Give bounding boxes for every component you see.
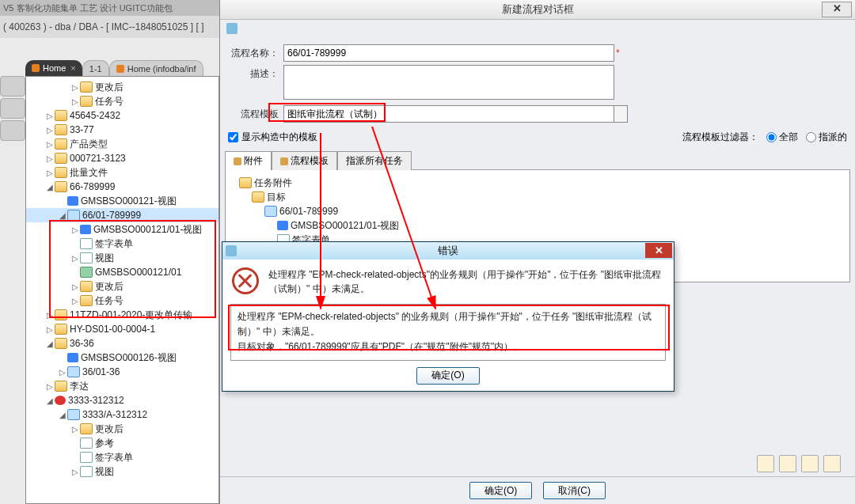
- error-close-button[interactable]: ✕: [645, 243, 672, 258]
- tree-row[interactable]: ◢3333/A-312312: [26, 407, 218, 422]
- expand-icon[interactable]: ▷: [58, 368, 67, 377]
- expand-icon[interactable]: ▷: [45, 382, 55, 391]
- tree-row[interactable]: GMSBSO000121-视图: [26, 194, 218, 208]
- tree-row[interactable]: 目标: [228, 190, 847, 204]
- tree-row[interactable]: ▷11TZD-001-2020-更改单传输: [26, 308, 218, 322]
- tree-row[interactable]: ▷GMSBSO000121/01-视图: [26, 222, 218, 237]
- toolbar-icon-3[interactable]: [801, 455, 819, 472]
- tree-row[interactable]: ▷李达: [26, 379, 218, 393]
- tree-row[interactable]: ▷更改后: [26, 422, 218, 436]
- expand-icon[interactable]: ▷: [70, 468, 80, 476]
- tree-label: 视图: [95, 465, 114, 479]
- tab-assign-all[interactable]: 指派所有任务: [337, 151, 412, 170]
- filter-all-radio[interactable]: [766, 132, 777, 142]
- expand-icon[interactable]: ◢: [45, 339, 55, 348]
- show-under-construction-label: 显示构造中的模板: [241, 131, 317, 144]
- toolbar-icon-1[interactable]: [757, 455, 774, 472]
- tree-row[interactable]: 任务附件: [228, 176, 847, 190]
- description-input[interactable]: [283, 65, 614, 100]
- tree-row[interactable]: ▷HY-DS01-00-0004-1: [26, 322, 218, 336]
- tab-attachments[interactable]: 附件: [225, 151, 272, 170]
- cancel-button[interactable]: 取消(C): [543, 482, 606, 499]
- expand-icon[interactable]: ▷: [70, 297, 80, 305]
- toolbar-icon-2[interactable]: [779, 455, 796, 472]
- tree-row[interactable]: ▷任务号: [26, 94, 218, 108]
- tree-row[interactable]: ▷更改后: [26, 279, 218, 294]
- tree-row[interactable]: GMSBSO000121/01: [26, 265, 218, 279]
- tree-row[interactable]: 66/01-789999: [228, 204, 847, 218]
- template-picker-button[interactable]: [614, 105, 628, 123]
- tree-row[interactable]: ▷更改后: [26, 80, 218, 94]
- tree-label: 36-36: [70, 338, 94, 349]
- tree-row[interactable]: ▷任务号: [26, 294, 218, 308]
- file-icon: [80, 238, 93, 249]
- expand-icon[interactable]: ▷: [45, 140, 55, 149]
- expand-icon[interactable]: ▷: [45, 169, 55, 177]
- side-btn-2[interactable]: [0, 98, 25, 119]
- toolbar-icon-4[interactable]: [823, 455, 841, 472]
- filter-all-option[interactable]: 全部: [766, 131, 798, 144]
- tree-label: 更改后: [95, 280, 124, 294]
- tab-process-template[interactable]: 流程模板: [272, 151, 337, 170]
- tree-row[interactable]: ◢66/01-789999: [26, 208, 218, 222]
- tree-row[interactable]: ▷33-77: [26, 123, 218, 137]
- tree-row[interactable]: ◢66-789999: [26, 180, 218, 194]
- process-name-input[interactable]: [283, 44, 614, 62]
- expand-icon[interactable]: ▷: [45, 311, 55, 320]
- expand-icon[interactable]: ◢: [58, 411, 67, 419]
- expand-icon[interactable]: ▷: [70, 254, 80, 263]
- tree-row[interactable]: GMSBSO000126-视图: [26, 351, 218, 365]
- tree-label: 任务号: [95, 294, 124, 308]
- side-btn-1[interactable]: [0, 76, 25, 97]
- tree-row[interactable]: GMSBSO000121/01-视图: [228, 218, 847, 233]
- template-input[interactable]: [283, 105, 614, 123]
- file-icon: [80, 466, 93, 477]
- tree-row[interactable]: 参考: [26, 436, 218, 450]
- tab-home-infodba[interactable]: Home (infodba/inf: [109, 60, 203, 77]
- expand-icon[interactable]: ▷: [45, 154, 55, 163]
- tab-1-1[interactable]: 1-1: [82, 60, 109, 77]
- ok-button[interactable]: 确定(O): [469, 482, 532, 499]
- expand-icon[interactable]: ▷: [45, 112, 55, 120]
- expand-icon[interactable]: ▷: [70, 225, 80, 234]
- tree-row[interactable]: ▷000721-3123: [26, 151, 218, 165]
- error-ok-button[interactable]: 确定(O): [416, 367, 479, 385]
- tree-label: HY-DS01-00-0004-1: [70, 324, 155, 335]
- tree-row[interactable]: 签字表单: [26, 450, 218, 464]
- side-btn-3[interactable]: [0, 120, 25, 141]
- expand-icon[interactable]: ◢: [58, 211, 67, 220]
- tree-row[interactable]: 签字表单: [26, 237, 218, 251]
- tree-label: GMSBSO000126-视图: [81, 351, 177, 365]
- tree-row[interactable]: ▷45645-2432: [26, 108, 218, 123]
- filter-assigned-radio[interactable]: [806, 132, 816, 142]
- tab-home[interactable]: Home×: [25, 60, 82, 76]
- expand-icon[interactable]: ▷: [45, 325, 55, 334]
- expand-icon[interactable]: ▷: [70, 97, 80, 106]
- folder-icon: [55, 167, 67, 178]
- tree-row[interactable]: ◢36-36: [26, 336, 218, 351]
- navigator-tree[interactable]: ▷更改后▷任务号▷45645-2432▷33-77▷产品类型▷000721-31…: [25, 76, 219, 504]
- error-detail-line: 处理程序 "EPM-check-related-objects" 的业务规则（用…: [238, 309, 659, 339]
- expand-icon[interactable]: ▷: [70, 425, 80, 434]
- dialog-close-button[interactable]: ✕: [822, 2, 852, 17]
- tree-row[interactable]: ▷批量文件: [26, 165, 218, 180]
- inner-tabs: 附件 流程模板 指派所有任务: [225, 150, 850, 170]
- tree-row[interactable]: ▷36/01-36: [26, 365, 218, 379]
- tree-row[interactable]: ▷视图: [26, 464, 218, 479]
- tree-row[interactable]: ▷视图: [26, 251, 218, 265]
- expand-icon[interactable]: ▷: [70, 83, 80, 92]
- tree-label: 66/01-789999: [82, 210, 141, 221]
- expand-icon[interactable]: ▷: [45, 126, 55, 135]
- expand-icon[interactable]: ◢: [45, 183, 55, 191]
- tree-row[interactable]: ▷产品类型: [26, 137, 218, 151]
- show-under-construction-checkbox[interactable]: [228, 132, 238, 142]
- tree-label: 33-77: [70, 124, 94, 135]
- tree-row[interactable]: ◢3333-312312: [26, 393, 218, 407]
- filter-assigned-option[interactable]: 指派的: [806, 131, 847, 144]
- close-icon[interactable]: ×: [70, 63, 75, 73]
- expand-icon[interactable]: ◢: [45, 396, 55, 405]
- expand-icon[interactable]: ▷: [70, 282, 80, 291]
- tree-label: GMSBSO000121/01-视图: [93, 223, 202, 237]
- tree-label: 李达: [70, 380, 89, 393]
- tree-label: 更改后: [95, 81, 124, 94]
